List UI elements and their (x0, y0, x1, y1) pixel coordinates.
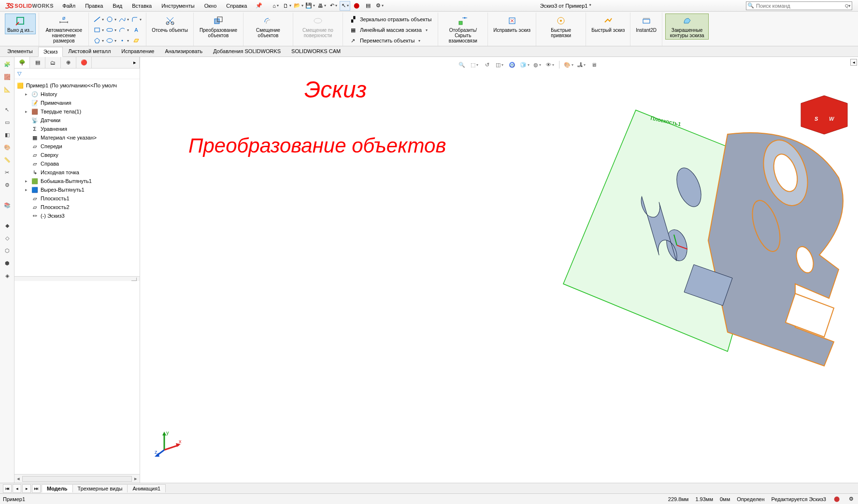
collapse-tree-icon[interactable]: ◂ (850, 59, 857, 66)
open-icon[interactable]: 📂 (293, 1, 304, 11)
assembly-icon[interactable]: 🧱 (2, 71, 13, 82)
tree-plane-right[interactable]: ▱Справа (22, 159, 139, 168)
fillet-tool-icon[interactable] (130, 14, 142, 24)
tree-sensors[interactable]: 📡Датчики (22, 116, 139, 125)
edit-appearance-icon[interactable]: 🎨 (563, 60, 574, 70)
part-icon[interactable]: 🧩 (2, 59, 13, 70)
misc1-icon[interactable]: ◆ (2, 220, 13, 231)
tree-root[interactable]: 🟨Пример1 (По умолчанию<<По умолч (15, 81, 139, 90)
tree-boss-extrude[interactable]: ▸🟩Бобышка-Вытянуть1 (22, 177, 139, 185)
box-sel-icon[interactable]: ▭ (2, 117, 13, 127)
fm-tab-more[interactable]: ▸ (92, 57, 140, 68)
library-icon[interactable]: 📚 (2, 200, 13, 210)
dynamic-view-icon[interactable]: 🧿 (507, 60, 517, 70)
slot-tool-icon[interactable] (105, 25, 117, 35)
move-entities-button[interactable]: ↗Переместить объекты (347, 36, 434, 45)
tree-solid-bodies[interactable]: ▸🟫Твердые тела(1) (22, 107, 139, 116)
shaded-sketch-contours-button[interactable]: Закрашенные контуры эскиза (665, 14, 709, 40)
fm-tab-dim[interactable]: ⊕ (61, 57, 76, 68)
menu-window[interactable]: Окно (200, 2, 221, 10)
prev-view-icon[interactable]: ↺ (482, 60, 492, 70)
appearance-icon[interactable]: 🎨 (2, 142, 13, 153)
tree-sketch3[interactable]: ✏(-) Эскиз3 (22, 211, 139, 220)
search-dropdown-icon[interactable]: Q▾ (845, 3, 851, 8)
scroll-right-icon[interactable]: ▸ (132, 476, 140, 482)
tab-solidworks-cam[interactable]: SOLIDWORKS CAM (286, 46, 346, 56)
menu-tools[interactable]: Инструменты (157, 2, 199, 10)
display-style-icon[interactable]: ◍ (532, 60, 543, 70)
tabnav-prev-icon[interactable]: ◂ (13, 484, 21, 493)
command-search-input[interactable] (756, 3, 843, 9)
offset-entities-button[interactable]: Смещение объектов (246, 14, 290, 40)
tree-cut-extrude[interactable]: ▸🟦Вырез-Вытянуть1 (22, 185, 139, 194)
spline-tool-icon[interactable] (118, 14, 129, 24)
instant2d-button[interactable]: Instant2D (633, 14, 659, 34)
save-icon[interactable]: 💾 (305, 1, 315, 11)
tree-equations[interactable]: ΣУравнения (22, 125, 139, 133)
section-icon[interactable]: ✂ (2, 167, 13, 178)
tab-3dviews[interactable]: Трехмерные виды (72, 484, 128, 492)
convert-entities-button[interactable]: Преобразование объектов (197, 14, 240, 40)
menu-insert[interactable]: Вставка (128, 2, 156, 10)
view-orientation-icon[interactable]: 🧊 (519, 60, 530, 70)
misc2-icon[interactable]: ◇ (2, 233, 13, 243)
rapid-sketch-button[interactable]: Быстрый эскиз (589, 14, 627, 34)
status-rebuild-icon[interactable]: ⬤ (833, 495, 841, 503)
tree-origin[interactable]: ↳Исходная точка (22, 168, 139, 177)
tab-features[interactable]: Элементы (2, 46, 38, 56)
circle-tool-icon[interactable] (105, 14, 117, 24)
options-list-icon[interactable]: ▤ (363, 1, 373, 11)
tabnav-first-icon[interactable]: ⏮ (3, 484, 12, 493)
polygon-tool-icon[interactable] (93, 36, 104, 45)
undo-icon[interactable]: ↶ (328, 1, 339, 11)
zoom-area-icon[interactable]: ⬚ (469, 60, 480, 70)
tree-annotations[interactable]: 📝Примечания (22, 98, 139, 107)
tab-solidworks-addins[interactable]: Добавления SOLIDWORKS (208, 46, 286, 56)
measure-icon[interactable]: 📏 (2, 154, 13, 165)
home-icon[interactable]: ⌂ (270, 1, 281, 11)
fm-tab-config[interactable]: 🗂 (45, 57, 61, 68)
misc4-icon[interactable]: ⬢ (2, 258, 13, 268)
tabnav-last-icon[interactable]: ⏭ (32, 484, 41, 493)
arc-tool-icon[interactable] (118, 25, 129, 35)
command-search[interactable]: 🔍 Q▾ (746, 1, 852, 10)
view-settings-icon[interactable]: 🖥 (588, 60, 599, 70)
graphics-viewport[interactable]: 🔍 ⬚ ↺ ◫ 🧿 🧊 ◍ 👁 🎨 🏞 🖥 ◂ Эскиз Преобразов… (140, 57, 858, 483)
hide-show-icon[interactable]: 👁 (544, 60, 555, 70)
tree-plane1[interactable]: ▱Плоскость1 (22, 194, 139, 203)
tree-plane2[interactable]: ▱Плоскость2 (22, 203, 139, 211)
tree-plane-top[interactable]: ▱Сверху (22, 151, 139, 159)
misc3-icon[interactable]: ⬡ (2, 245, 13, 256)
misc5-icon[interactable]: ◈ (2, 270, 13, 281)
tab-animation1[interactable]: Анимация1 (127, 484, 166, 492)
feature-tree[interactable]: 🟨Пример1 (По умолчанию<<По умолч ▸🕘Histo… (14, 79, 140, 276)
panel-resize-handle[interactable] (14, 276, 140, 281)
exit-sketch-button[interactable]: Выхо д из... (5, 14, 36, 34)
linear-pattern-button[interactable]: ▦Линейный массив эскиза (347, 25, 434, 35)
rectangle-tool-icon[interactable] (93, 25, 104, 35)
rebuild-icon[interactable]: ⬤ (351, 1, 362, 11)
text-tool-icon[interactable]: A (130, 25, 142, 35)
tab-sheet-metal[interactable]: Листовой металл (63, 46, 116, 56)
select-icon[interactable]: ↖ (2, 104, 13, 115)
plane-tool-icon[interactable] (130, 36, 142, 45)
apply-scene-icon[interactable]: 🏞 (576, 60, 586, 70)
new-doc-icon[interactable]: 🗋 (282, 1, 292, 11)
tree-material[interactable]: ▦Материал <не указан> (22, 133, 139, 142)
tree-history[interactable]: ▸🕘History (22, 90, 139, 98)
tabnav-next-icon[interactable]: ▸ (22, 484, 31, 493)
fm-tab-tree[interactable]: 🌳 (14, 57, 30, 68)
tab-sketch[interactable]: Эскиз (38, 47, 63, 57)
repair-sketch-button[interactable]: Исправить эскиз (491, 14, 533, 34)
quick-snaps-button[interactable]: Быстрые привязки (539, 14, 583, 40)
select-cursor-icon[interactable]: ↖ (340, 1, 350, 11)
funnel-icon[interactable]: ▽ (17, 70, 21, 77)
scroll-left-icon[interactable]: ◂ (14, 476, 22, 482)
tab-model[interactable]: Модель (42, 484, 73, 492)
menu-file[interactable]: Файл (58, 2, 79, 10)
cube-icon[interactable]: ◧ (2, 129, 13, 140)
tab-evaluate[interactable]: Исправление (116, 46, 159, 56)
pin-icon[interactable]: 📌 (253, 2, 265, 9)
zoom-fit-icon[interactable]: 🔍 (457, 60, 467, 70)
fm-tab-property[interactable]: ▤ (30, 57, 45, 68)
